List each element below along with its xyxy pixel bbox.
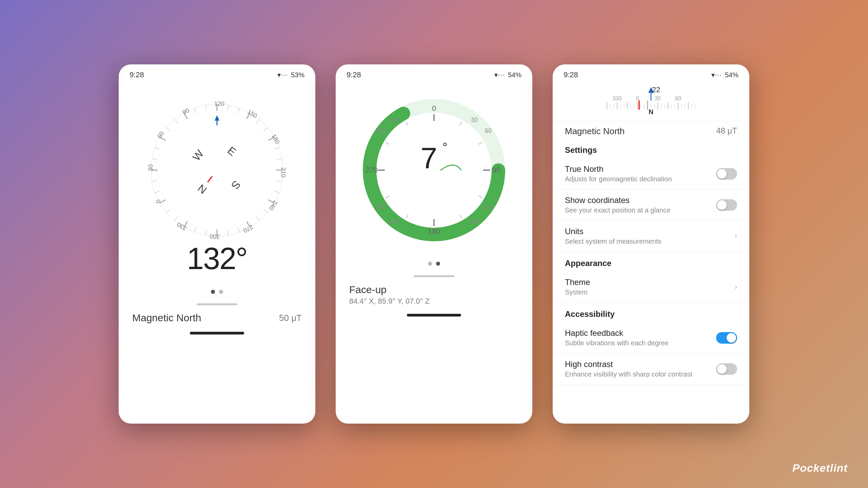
svg-line-6	[256, 120, 260, 123]
svg-line-4	[238, 108, 240, 113]
svg-line-7	[264, 128, 268, 131]
units-row[interactable]: Units Select system of measurements ›	[553, 221, 749, 252]
faceup-bottom-info: Face-up 84.4° X, 85.9° Y, 07.0° Z	[336, 277, 532, 309]
compass-reading: 132°	[187, 241, 247, 276]
svg-line-27	[155, 191, 160, 193]
faceup-dial: 0 90 180 270 330 30 120 240 60 300 150 2…	[356, 92, 512, 248]
svg-text:E: E	[225, 144, 238, 158]
svg-line-34	[175, 120, 178, 123]
svg-line-64	[460, 215, 462, 219]
settings-section-title: Settings	[553, 139, 749, 158]
haptic-feedback-row: Haptic feedback Subtle vibrations with e…	[553, 322, 749, 353]
watermark-text: Pocketlint	[792, 462, 848, 474]
compass-container: 120 150 180 210 240 270 300 330 0 30 60 …	[119, 82, 315, 305]
svg-line-24	[175, 217, 178, 221]
true-north-subtitle: Adjusts for geomagnetic declination	[565, 175, 672, 183]
svg-marker-55	[215, 115, 219, 121]
high-contrast-toggle[interactable]	[716, 363, 737, 375]
svg-text:60: 60	[156, 130, 165, 140]
faceup-coords: 84.4° X, 85.9° Y, 07.0° Z	[349, 297, 519, 306]
svg-text:30: 30	[147, 164, 154, 171]
haptic-toggle[interactable]	[716, 332, 737, 344]
haptic-title: Haptic feedback	[565, 328, 669, 338]
svg-text:210: 210	[280, 167, 287, 178]
settings-north-value: 48 μT	[716, 126, 737, 137]
svg-line-66	[406, 215, 409, 219]
status-bar-1: 9:28 ▾⋯ 53%	[119, 64, 315, 82]
page-dots-2	[428, 262, 440, 266]
time-1: 9:28	[130, 70, 144, 79]
svg-text:330: 330	[613, 96, 622, 101]
settings-label-row: Magnetic North 48 μT	[553, 121, 749, 139]
svg-text:330: 330	[389, 117, 399, 123]
phone-screen-compass: 9:28 ▾⋯ 53%	[119, 64, 315, 424]
svg-text:300: 300	[210, 233, 220, 240]
home-indicator-2	[407, 314, 461, 317]
battery-1: 53%	[291, 71, 304, 79]
accessibility-section-title: Accessibility	[553, 303, 749, 322]
svg-text:240: 240	[268, 199, 279, 211]
home-indicator-1	[190, 332, 244, 334]
bottom-handle-1	[197, 303, 237, 305]
time-2: 9:28	[347, 70, 361, 79]
units-chevron: ›	[735, 232, 737, 241]
svg-line-69	[386, 142, 389, 145]
show-coordinates-toggle[interactable]	[716, 199, 737, 211]
phone-screen-settings: 9:28 ▾⋯ 54%	[553, 64, 749, 424]
theme-title: Theme	[565, 278, 590, 287]
svg-line-18	[238, 227, 240, 232]
true-north-row: True North Adjusts for geomagnetic decli…	[553, 158, 749, 189]
theme-row[interactable]: Theme System ›	[553, 271, 749, 303]
dot-1-inactive[interactable]	[219, 290, 223, 294]
mini-compass-svg: 330 0 30 60 N 22	[604, 85, 698, 116]
status-bar-2: 9:28 ▾⋯ 54%	[336, 64, 532, 82]
svg-line-19	[228, 230, 229, 235]
svg-line-22	[194, 227, 196, 232]
svg-text:90: 90	[492, 166, 500, 174]
wifi-icon-3: ▾⋯	[711, 71, 722, 79]
svg-line-37	[205, 105, 206, 110]
high-contrast-row: High contrast Enhance visibility with sh…	[553, 353, 749, 385]
svg-line-70	[406, 122, 409, 125]
theme-subtitle: System	[565, 288, 590, 296]
true-north-text: True North Adjusts for geomagnetic decli…	[565, 164, 672, 183]
svg-text:0: 0	[155, 198, 162, 204]
svg-text:210: 210	[389, 218, 399, 225]
svg-line-28	[152, 181, 157, 182]
dot-1-active[interactable]	[211, 290, 215, 294]
watermark: Pocketlint	[792, 462, 848, 474]
faceup-container: 0 90 180 270 330 30 120 240 60 300 150 2…	[336, 82, 532, 277]
svg-text:7: 7	[421, 141, 437, 175]
compass-dial: 120 150 180 210 240 270 300 330 0 30 60 …	[142, 96, 292, 245]
svg-point-1	[158, 111, 276, 229]
svg-text:180: 180	[270, 133, 281, 145]
svg-text:330: 330	[176, 221, 188, 232]
units-title: Units	[565, 227, 662, 236]
svg-line-54	[208, 176, 212, 182]
dot-2-inactive[interactable]	[428, 262, 432, 266]
theme-text: Theme System	[565, 278, 590, 296]
svg-text:60: 60	[485, 127, 492, 134]
faceup-svg: 0 90 180 270 330 30 120 240 60 300 150 2…	[356, 92, 512, 248]
dot-2-active[interactable]	[436, 262, 440, 266]
units-text: Units Select system of measurements	[565, 227, 662, 245]
status-right-2: ▾⋯ 54%	[494, 71, 521, 79]
svg-line-9	[274, 147, 279, 149]
svg-text:60: 60	[675, 96, 681, 101]
true-north-toggle[interactable]	[716, 168, 737, 180]
theme-chevron: ›	[735, 283, 737, 291]
high-contrast-text: High contrast Enhance visibility with sh…	[565, 360, 692, 378]
svg-line-21	[205, 230, 206, 235]
high-contrast-title: High contrast	[565, 360, 692, 369]
mini-compass: 330 0 30 60 N 22	[553, 82, 749, 121]
svg-line-10	[277, 159, 282, 160]
svg-line-67	[386, 196, 389, 198]
svg-text:120: 120	[483, 204, 493, 210]
svg-line-16	[256, 217, 260, 221]
page-dots-1	[211, 290, 223, 294]
svg-line-25	[166, 209, 170, 213]
show-coordinates-title: Show coordinates	[565, 196, 670, 205]
magnetic-value-1: 50 μT	[279, 313, 302, 323]
wifi-icon-2: ▾⋯	[494, 71, 505, 79]
svg-line-60	[460, 122, 462, 125]
